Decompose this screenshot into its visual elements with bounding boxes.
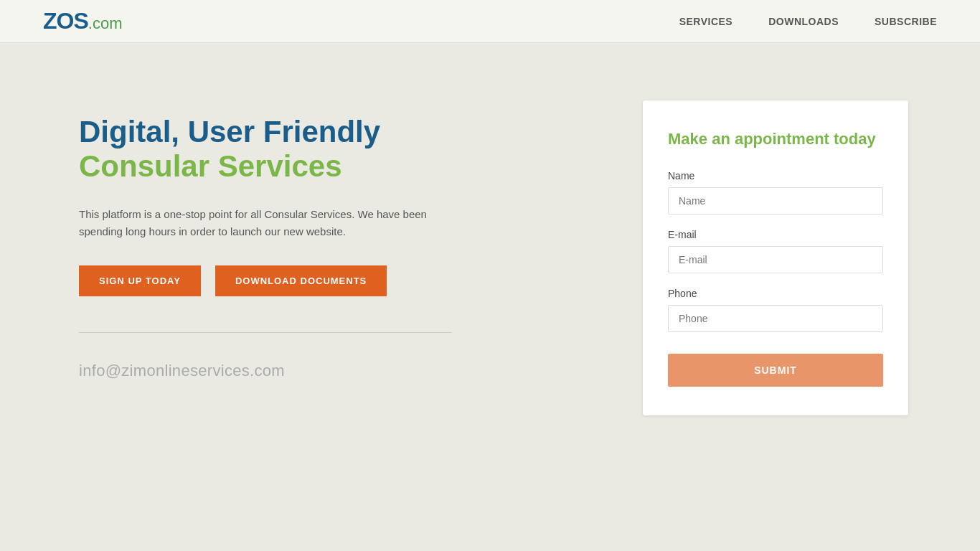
- logo-dotcom: .com: [88, 14, 123, 33]
- form-title: Make an appointment today: [668, 129, 883, 150]
- main-content: Digital, User Friendly Consular Services…: [0, 43, 980, 551]
- name-field-group: Name: [668, 170, 883, 215]
- site-header: ZOS .com SERVICES DOWNLOADS SUBSCRIBE: [0, 0, 980, 43]
- main-nav: SERVICES DOWNLOADS SUBSCRIBE: [679, 16, 937, 27]
- nav-subscribe[interactable]: SUBSCRIBE: [875, 16, 937, 27]
- nav-services[interactable]: SERVICES: [679, 16, 733, 27]
- download-button[interactable]: DOWNLOAD DOCUMENTS: [215, 265, 387, 296]
- contact-email[interactable]: info@zimonlineservices.com: [79, 362, 285, 380]
- cta-buttons: SIGN UP TODAY DOWNLOAD DOCUMENTS: [79, 265, 452, 296]
- left-section: Digital, User Friendly Consular Services…: [79, 100, 452, 380]
- email-input[interactable]: [668, 246, 883, 273]
- headline-dark: Digital, User Friendly: [79, 115, 452, 149]
- section-divider: [79, 332, 452, 333]
- hero-description: This platform is a one-stop point for al…: [79, 206, 452, 240]
- headline-green: Consular Services: [79, 149, 452, 184]
- name-input[interactable]: [668, 187, 883, 215]
- phone-input[interactable]: [668, 305, 883, 332]
- signup-button[interactable]: SIGN UP TODAY: [79, 265, 201, 296]
- logo-zos: ZOS: [43, 8, 88, 34]
- site-logo[interactable]: ZOS .com: [43, 8, 122, 34]
- appointment-form-card: Make an appointment today Name E-mail Ph…: [643, 100, 908, 415]
- nav-downloads[interactable]: DOWNLOADS: [768, 16, 839, 27]
- submit-button[interactable]: SUBMIT: [668, 354, 883, 387]
- email-field-group: E-mail: [668, 229, 883, 273]
- name-label: Name: [668, 170, 883, 182]
- phone-field-group: Phone: [668, 288, 883, 332]
- phone-label: Phone: [668, 288, 883, 299]
- email-label: E-mail: [668, 229, 883, 240]
